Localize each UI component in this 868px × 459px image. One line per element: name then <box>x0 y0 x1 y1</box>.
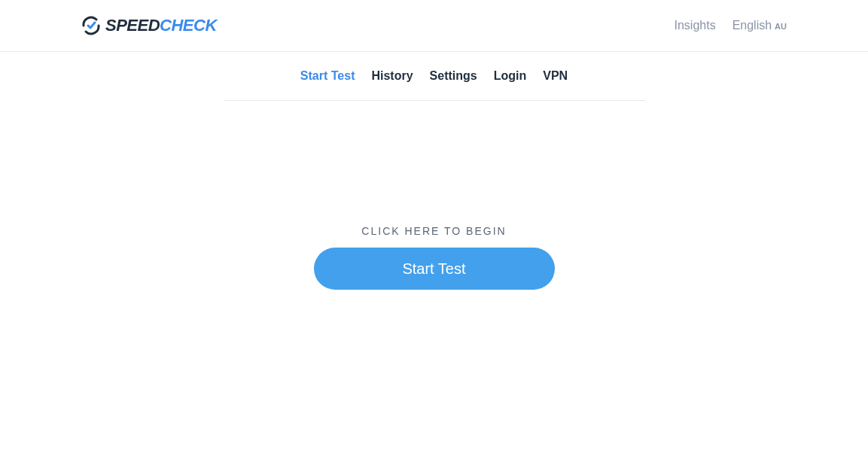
main-area: CLICK HERE TO BEGIN Start Test <box>224 101 645 290</box>
language-label: English <box>732 19 772 32</box>
begin-prompt: CLICK HERE TO BEGIN <box>224 225 645 237</box>
language-region: AU <box>775 22 787 31</box>
header-right: Insights English AU <box>674 19 787 32</box>
tab-start-test[interactable]: Start Test <box>300 69 355 83</box>
insights-link[interactable]: Insights <box>674 19 715 32</box>
logo[interactable]: SPEEDCHECK <box>81 16 217 35</box>
top-header: SPEEDCHECK Insights English AU <box>0 0 868 52</box>
speedcheck-logo-icon <box>81 16 101 35</box>
language-selector[interactable]: English AU <box>732 19 787 32</box>
logo-text-check: CHECK <box>160 16 217 35</box>
tab-history[interactable]: History <box>371 69 413 83</box>
tab-vpn[interactable]: VPN <box>543 69 568 83</box>
content-wrap: Start Test History Settings Login VPN CL… <box>224 52 645 290</box>
tab-settings[interactable]: Settings <box>430 69 477 83</box>
logo-text: SPEEDCHECK <box>105 16 217 35</box>
tab-login[interactable]: Login <box>494 69 527 83</box>
logo-text-speed: SPEED <box>105 16 160 35</box>
sub-nav: Start Test History Settings Login VPN <box>224 52 645 101</box>
start-test-button[interactable]: Start Test <box>314 248 555 290</box>
